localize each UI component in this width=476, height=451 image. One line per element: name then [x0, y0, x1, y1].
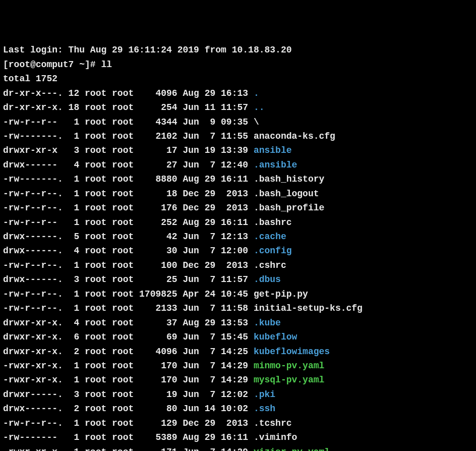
- file-meta: -rw------- 1 root root 5389 Aug 29 16:11: [3, 432, 254, 442]
- file-meta: -rw-r--r--. 1 root root 18 Dec 29 2013: [3, 189, 254, 199]
- file-name: vizier-pv.yaml: [254, 447, 330, 451]
- listing-row: drwx------. 3 root root 25 Jun 7 11:57 .…: [3, 272, 473, 287]
- file-meta: drwxr-xr-x. 2 root root 4096 Jun 7 14:25: [3, 347, 254, 357]
- listing-row: -rw-r--r--. 1 root root 18 Dec 29 2013 .…: [3, 187, 473, 201]
- file-meta: -rw-r--r--. 1 root root 129 Dec 29 2013: [3, 418, 254, 428]
- file-name: .kube: [254, 318, 281, 328]
- listing-row: -rw-r--r-- 1 root root 4344 Jun 9 09:35 …: [3, 115, 473, 129]
- listing-row: drwxr-xr-x. 6 root root 69 Jun 7 15:45 k…: [3, 330, 473, 344]
- file-name: .config: [254, 246, 292, 256]
- file-name: .bash_profile: [254, 203, 324, 213]
- file-meta: drwxr-----. 3 root root 19 Jun 7 12:02: [3, 389, 254, 400]
- listing-row: dr-xr-x---. 12 root root 4096 Aug 29 16:…: [3, 86, 473, 100]
- listing-row: -rw-r--r--. 1 root root 1709825 Apr 24 1…: [3, 287, 473, 301]
- listing-row: -rw-r--r--. 1 root root 129 Dec 29 2013 …: [3, 416, 473, 430]
- file-name: .ssh: [254, 404, 275, 414]
- file-name: .viminfo: [254, 432, 297, 442]
- file-meta: drwx------. 5 root root 42 Jun 7 12:13: [3, 232, 254, 242]
- file-meta: -rw-r--r--. 1 root root 1709825 Apr 24 1…: [3, 289, 254, 299]
- file-meta: drwxr-xr-x. 6 root root 69 Jun 7 15:45: [3, 332, 254, 342]
- file-name: minmo-pv.yaml: [254, 361, 324, 371]
- last-login-line: Last login: Thu Aug 29 16:11:24 2019 fro…: [3, 43, 473, 57]
- listing-row: drwx------. 2 root root 80 Jun 14 10:02 …: [3, 402, 473, 416]
- file-name: mysql-pv.yaml: [254, 375, 324, 385]
- file-meta: -rw-r--r--. 1 root root 100 Dec 29 2013: [3, 260, 254, 270]
- prompt-line: [root@comput7 ~]# ll: [3, 58, 473, 72]
- file-meta: drwx------. 4 root root 30 Jun 7 12:00: [3, 246, 254, 256]
- listing-row: -rw-------. 1 root root 2102 Jun 7 11:55…: [3, 129, 473, 143]
- listing-row: -rwxr-xr-x. 1 root root 170 Jun 7 14:29 …: [3, 373, 473, 387]
- file-name: ansible: [254, 145, 292, 155]
- file-meta: drwx------. 2 root root 80 Jun 14 10:02: [3, 404, 254, 414]
- file-name: .cache: [254, 232, 286, 242]
- file-meta: drwxr-xr-x 3 root root 17 Jun 19 13:39: [3, 145, 254, 155]
- listing-row: -rwxr-xr-x. 1 root root 170 Jun 7 14:29 …: [3, 359, 473, 373]
- file-name: anaconda-ks.cfg: [254, 131, 335, 141]
- file-meta: -rw-r--r-- 1 root root 4344 Jun 9 09:35: [3, 117, 254, 127]
- listing-row: drwxr-----. 3 root root 19 Jun 7 12:02 .…: [3, 387, 473, 402]
- file-name: get-pip.py: [254, 289, 308, 299]
- terminal-output[interactable]: Last login: Thu Aug 29 16:11:24 2019 fro…: [3, 43, 473, 451]
- listing-row: dr-xr-xr-x. 18 root root 254 Jun 11 11:5…: [3, 100, 473, 115]
- file-meta: dr-xr-x---. 12 root root 4096 Aug 29 16:…: [3, 88, 254, 98]
- file-name: kubeflowimages: [254, 347, 330, 357]
- listing-row: -rw-r--r--. 1 root root 2133 Jun 7 11:58…: [3, 301, 473, 315]
- listing-row: drwxr-xr-x. 2 root root 4096 Jun 7 14:25…: [3, 345, 473, 359]
- listing-row: drwx------ 4 root root 27 Jun 7 12:40 .a…: [3, 158, 473, 172]
- file-name: .pki: [254, 389, 275, 400]
- file-name: .bash_logout: [254, 189, 319, 199]
- file-meta: -rw-r--r--. 1 root root 176 Dec 29 2013: [3, 203, 254, 213]
- file-name: initial-setup-ks.cfg: [254, 303, 363, 313]
- command: ll: [101, 60, 112, 70]
- file-meta: -rw-------. 1 root root 8880 Aug 29 16:1…: [3, 174, 254, 184]
- listing-row: -rw------- 1 root root 5389 Aug 29 16:11…: [3, 430, 473, 444]
- file-name: .bash_history: [254, 174, 324, 184]
- file-name: .bashrc: [254, 217, 292, 228]
- file-meta: -rwxr-xr-x. 1 root root 171 Jun 7 14:29: [3, 447, 254, 451]
- file-name: \: [254, 117, 259, 127]
- listing-row: -rwxr-xr-x. 1 root root 171 Jun 7 14:29 …: [3, 445, 473, 451]
- listing-row: drwxr-xr-x. 4 root root 37 Aug 29 13:53 …: [3, 316, 473, 330]
- file-meta: -rwxr-xr-x. 1 root root 170 Jun 7 14:29: [3, 375, 254, 385]
- total-line: total 1752: [3, 72, 473, 86]
- listing-row: -rw-------. 1 root root 8880 Aug 29 16:1…: [3, 172, 473, 186]
- listing-row: drwx------. 5 root root 42 Jun 7 12:13 .…: [3, 230, 473, 244]
- shell-prompt: [root@comput7 ~]#: [3, 60, 101, 70]
- file-name: .ansible: [254, 160, 297, 170]
- file-meta: -rwxr-xr-x. 1 root root 170 Jun 7 14:29: [3, 361, 254, 371]
- file-meta: drwxr-xr-x. 4 root root 37 Aug 29 13:53: [3, 318, 254, 328]
- listing-row: -rw-r--r--. 1 root root 176 Dec 29 2013 …: [3, 201, 473, 215]
- file-name: .cshrc: [254, 260, 286, 270]
- file-name: .tcshrc: [254, 418, 292, 428]
- listing-row: -rw-r--r-- 1 root root 252 Aug 29 16:11 …: [3, 215, 473, 230]
- file-meta: dr-xr-xr-x. 18 root root 254 Jun 11 11:5…: [3, 102, 254, 112]
- listing-row: drwx------. 4 root root 30 Jun 7 12:00 .…: [3, 244, 473, 258]
- file-meta: -rw-------. 1 root root 2102 Jun 7 11:55: [3, 131, 254, 141]
- listing-row: -rw-r--r--. 1 root root 100 Dec 29 2013 …: [3, 258, 473, 272]
- listing-row: drwxr-xr-x 3 root root 17 Jun 19 13:39 a…: [3, 143, 473, 157]
- file-meta: drwx------. 3 root root 25 Jun 7 11:57: [3, 274, 254, 285]
- file-name: ..: [254, 102, 265, 112]
- file-meta: -rw-r--r-- 1 root root 252 Aug 29 16:11: [3, 217, 254, 228]
- file-meta: drwx------ 4 root root 27 Jun 7 12:40: [3, 160, 254, 170]
- file-name: .: [254, 88, 259, 98]
- file-name: .dbus: [254, 274, 281, 285]
- file-name: kubeflow: [254, 332, 297, 342]
- file-meta: -rw-r--r--. 1 root root 2133 Jun 7 11:58: [3, 303, 254, 313]
